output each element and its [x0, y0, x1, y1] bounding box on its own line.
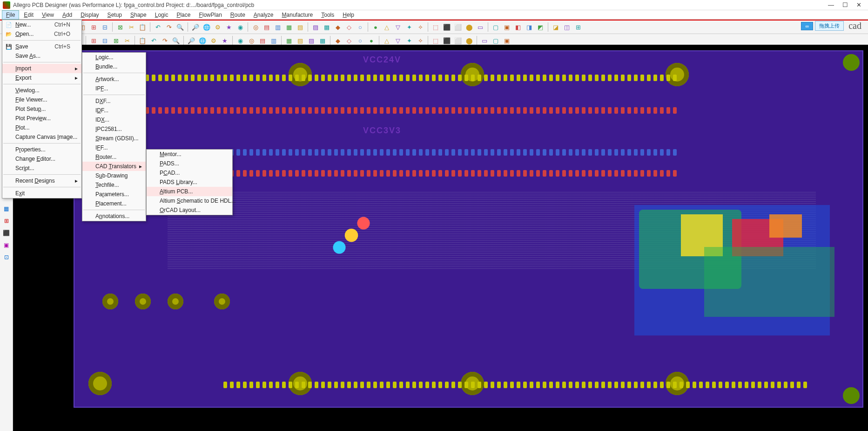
menu-place[interactable]: Place	[173, 11, 194, 19]
menu-view[interactable]: View	[38, 11, 58, 19]
toolbar-button[interactable]: ⚙	[209, 35, 219, 46]
toolbar-button[interactable]: 🔍	[171, 35, 181, 46]
menu-help[interactable]: Help	[339, 11, 358, 19]
toolbar-button[interactable]: ▽	[393, 35, 403, 46]
file-menu-script[interactable]: Script...	[2, 164, 81, 173]
cad-menu-mentor[interactable]: Mentor...	[147, 150, 232, 159]
toolbar-button[interactable]: ▩	[317, 35, 328, 46]
toolbar-button[interactable]: ⊟	[100, 22, 110, 32]
share-icon-button[interactable]: ∞	[801, 22, 813, 30]
menu-shape[interactable]: Shape	[127, 11, 150, 19]
toolbar-button[interactable]: ▥	[269, 35, 279, 46]
menu-manufacture[interactable]: Manufacture	[278, 11, 317, 19]
cad-menu-pads[interactable]: PADS...	[147, 159, 232, 168]
file-menu-properties[interactable]: Properties...	[2, 145, 81, 154]
toolbar-button[interactable]: 🌐	[197, 35, 208, 46]
toolbar-button[interactable]: △	[382, 22, 392, 32]
file-menu-save[interactable]: 💾SaveCtrl+S	[2, 42, 81, 51]
import-menu-idx[interactable]: IDX...	[82, 115, 146, 124]
file-menu-viewlog[interactable]: Viewlog...	[2, 86, 81, 95]
toolbar-button[interactable]: ◩	[535, 22, 545, 32]
toolbar-button[interactable]: ⬛	[442, 22, 452, 32]
import-menu-cad-translators[interactable]: CAD Translators▸	[82, 162, 146, 171]
toolbar-button[interactable]: ◨	[524, 22, 534, 32]
left-tool-button[interactable]: ⊡	[2, 253, 11, 262]
file-menu-plot-setup[interactable]: Plot Setup...	[2, 104, 81, 114]
toolbar-button[interactable]: ✂	[122, 35, 132, 46]
cad-menu-pcad[interactable]: PCAD...	[147, 168, 232, 178]
left-tool-button[interactable]: ⊞	[2, 216, 11, 226]
toolbar-button[interactable]: 📋	[137, 22, 148, 32]
toolbar-button[interactable]: ⊠	[111, 35, 121, 46]
file-menu-import[interactable]: Import▸	[2, 64, 81, 73]
menu-logic[interactable]: Logic	[151, 11, 172, 19]
file-menu-capture-canvas-image[interactable]: Capture Canvas Image...	[2, 132, 81, 142]
import-menu-dxf[interactable]: DXF...	[82, 96, 146, 106]
file-menu-new[interactable]: 📄New...Ctrl+N	[2, 20, 81, 29]
menu-display[interactable]: Display	[77, 11, 102, 19]
toolbar-button[interactable]: ▭	[479, 35, 490, 46]
toolbar-button[interactable]: ●	[366, 35, 377, 46]
toolbar-button[interactable]: ◇	[344, 22, 354, 32]
toolbar-button[interactable]: 🌐	[202, 22, 212, 32]
menu-flowplan[interactable]: FlowPlan	[195, 11, 225, 19]
toolbar-button[interactable]: ▣	[502, 22, 512, 32]
toolbar-button[interactable]: ↷	[160, 35, 170, 46]
toolbar-button[interactable]: ⚙	[213, 22, 223, 32]
toolbar-button[interactable]: ◆	[333, 22, 343, 32]
toolbar-button[interactable]: ↶	[153, 22, 163, 32]
left-tool-button[interactable]: ⬛	[2, 228, 11, 238]
toolbar-button[interactable]: ⬤	[464, 35, 474, 46]
toolbar-button[interactable]: ⊞	[88, 22, 99, 32]
file-menu-change-editor[interactable]: Change Editor...	[2, 154, 81, 164]
import-menu-artwork[interactable]: Artwork...	[82, 75, 146, 84]
menu-setup[interactable]: Setup	[104, 11, 126, 19]
toolbar-button[interactable]: ⬜	[453, 35, 463, 46]
toolbar-button[interactable]: 🔎	[186, 35, 196, 46]
menu-file[interactable]: File	[2, 10, 19, 20]
cad-menu-altium-schematic-to-de-hdl[interactable]: Altium Schematic to DE HDL...	[147, 196, 232, 205]
cad-menu-orcad-layout[interactable]: OrCAD Layout...	[147, 205, 232, 215]
file-menu-open[interactable]: 📂Open...Ctrl+O	[2, 29, 81, 39]
toolbar-button[interactable]: ▧	[295, 35, 305, 46]
toolbar-button[interactable]: ◎	[250, 22, 261, 32]
toolbar-button[interactable]: ◆	[333, 35, 343, 46]
menu-analyze[interactable]: Analyze	[250, 11, 277, 19]
toolbar-button[interactable]: ◧	[513, 22, 523, 32]
import-menu-sub-drawing[interactable]: Sub-Drawing	[82, 171, 146, 180]
left-tool-button[interactable]: ▦	[2, 204, 11, 213]
toolbar-button[interactable]: ⊟	[100, 35, 110, 46]
menu-edit[interactable]: Edit	[20, 11, 37, 19]
toolbar-button[interactable]: ★	[224, 22, 234, 32]
toolbar-button[interactable]: ↶	[148, 35, 159, 46]
file-menu-plot-preview[interactable]: Plot Preview...	[2, 114, 81, 123]
toolbar-button[interactable]: ⊞	[573, 22, 583, 32]
toolbar-button[interactable]: ◉	[235, 22, 245, 32]
file-menu-exit[interactable]: Exit	[2, 189, 81, 198]
toolbar-button[interactable]: ○	[355, 22, 365, 32]
toolbar-button[interactable]: ▢	[491, 35, 501, 46]
toolbar-button[interactable]: ◪	[551, 22, 561, 32]
toolbar-button[interactable]: ▩	[322, 22, 332, 32]
toolbar-button[interactable]: ▦	[284, 22, 294, 32]
toolbar-button[interactable]: ◫	[562, 22, 572, 32]
toolbar-button[interactable]: ▽	[393, 22, 403, 32]
import-menu-iff[interactable]: IFF...	[82, 143, 146, 152]
minimize-button[interactable]: —	[828, 1, 834, 8]
toolbar-button[interactable]: ▣	[502, 35, 512, 46]
toolbar-button[interactable]: ⊠	[115, 22, 125, 32]
toolbar-button[interactable]: ⬚	[431, 35, 441, 46]
toolbar-button[interactable]: △	[382, 35, 392, 46]
menu-add[interactable]: Add	[59, 11, 76, 19]
toolbar-button[interactable]: ✧	[415, 22, 425, 32]
toolbar-button[interactable]: ●	[370, 22, 381, 32]
import-menu-logic[interactable]: Logic...	[82, 53, 146, 62]
toolbar-button[interactable]: 🔎	[190, 22, 201, 32]
toolbar-button[interactable]: ★	[220, 35, 230, 46]
toolbar-button[interactable]: ✦	[404, 35, 414, 46]
toolbar-button[interactable]: ▨	[306, 35, 316, 46]
toolbar-button[interactable]: ✧	[415, 35, 425, 46]
file-menu-plot[interactable]: Plot...	[2, 123, 81, 132]
maximize-button[interactable]: ☐	[842, 1, 848, 8]
menu-tools[interactable]: Tools	[317, 11, 338, 19]
